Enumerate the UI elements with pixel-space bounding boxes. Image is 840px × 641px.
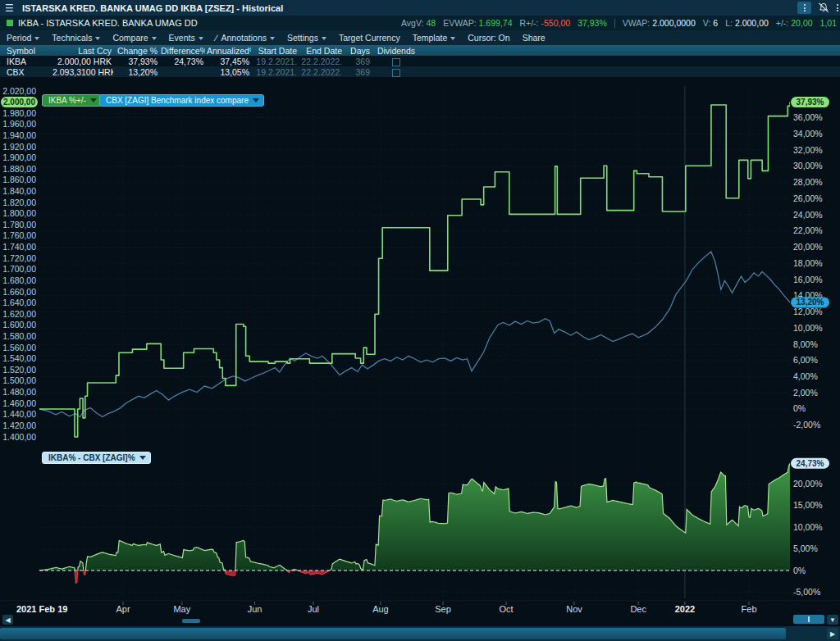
svg-text:2021 Feb 19: 2021 Feb 19 [16, 604, 67, 614]
svg-text:2.020,00: 2.020,00 [2, 86, 36, 96]
chevron-down-icon [139, 456, 146, 460]
legend-chip-difference-label: IKBA% - CBX [ZAGI]% [48, 452, 135, 463]
date-axis-labels: 2021 Feb 19AprMayJunJulAugSepOctNovDec20… [16, 602, 757, 614]
svg-text:1.960,00: 1.960,00 [2, 119, 36, 129]
svg-text:18,00%: 18,00% [793, 258, 823, 268]
svg-text:32,00%: 32,00% [793, 145, 823, 155]
svg-text:6,00%: 6,00% [793, 355, 818, 365]
svg-text:22,00%: 22,00% [793, 225, 823, 235]
ikba-series-line [39, 102, 790, 437]
historical-chart-window: ☰ ISTARSKA KRED. BANKA UMAG DD IKBA [ZSE… [0, 0, 840, 641]
svg-text:2,00%: 2,00% [793, 388, 818, 398]
svg-text:5,00%: 5,00% [793, 543, 818, 553]
svg-text:1.800,00: 1.800,00 [2, 208, 36, 218]
svg-text:4,00%: 4,00% [793, 371, 818, 381]
legend-chip-difference[interactable]: IKBA% - CBX [ZAGI]% [42, 452, 151, 464]
difference-pill: 24,73% [791, 458, 829, 469]
svg-text:20,00%: 20,00% [793, 479, 823, 489]
price-axis-labels: 2.020,001.980,001.960,001.940,001.920,00… [2, 86, 36, 442]
timeline-range-handle[interactable] [793, 615, 824, 624]
svg-text:Aug: Aug [372, 604, 389, 614]
legend-chip-cbx-label: CBX [ZAGI] Benchmark index compare [106, 95, 249, 106]
svg-text:Feb: Feb [742, 604, 757, 614]
svg-text:1.620,00: 1.620,00 [2, 309, 36, 319]
svg-text:1.680,00: 1.680,00 [2, 275, 36, 285]
diff-axis-labels: 20,00%15,00%10,00%5,00%0%-5,00% [793, 479, 823, 597]
svg-text:Oct: Oct [499, 604, 513, 614]
svg-text:1.700,00: 1.700,00 [2, 264, 36, 274]
percent-axis-labels: 36,00%34,00%32,00%30,00%28,00%26,00%24,0… [793, 112, 823, 430]
svg-text:1.420,00: 1.420,00 [2, 421, 36, 430]
svg-text:24,00%: 24,00% [793, 210, 823, 220]
svg-text:1.980,00: 1.980,00 [2, 108, 36, 118]
svg-text:1.820,00: 1.820,00 [2, 198, 36, 207]
svg-text:1.400,00: 1.400,00 [2, 432, 36, 442]
svg-text:Jun: Jun [248, 604, 262, 614]
legend-chip-cbx-benchmark[interactable]: CBX [ZAGI] Benchmark index compare [99, 94, 264, 107]
svg-text:-5,00%: -5,00% [793, 587, 820, 597]
svg-text:1.460,00: 1.460,00 [2, 398, 36, 408]
svg-text:1.560,00: 1.560,00 [2, 343, 36, 352]
main-grid [39, 118, 790, 425]
svg-text:37,93%: 37,93% [797, 98, 824, 107]
svg-text:1.660,00: 1.660,00 [2, 287, 36, 297]
svg-text:Dec: Dec [630, 604, 646, 614]
svg-text:2022: 2022 [675, 604, 695, 614]
diff-area-positive [39, 463, 790, 583]
svg-text:1.880,00: 1.880,00 [2, 164, 36, 174]
chevron-down-icon [253, 98, 259, 102]
svg-text:1.520,00: 1.520,00 [2, 365, 36, 375]
scrollbar-right-arrow-button[interactable]: ▶ [827, 628, 838, 639]
svg-text:8,00%: 8,00% [793, 339, 818, 349]
svg-text:10,00%: 10,00% [793, 522, 823, 532]
svg-text:2.000,00: 2.000,00 [3, 98, 35, 107]
svg-text:0%: 0% [793, 403, 806, 413]
svg-text:1.600,00: 1.600,00 [2, 320, 36, 330]
svg-text:1.860,00: 1.860,00 [2, 175, 36, 184]
svg-text:1.500,00: 1.500,00 [2, 375, 36, 385]
svg-text:1.440,00: 1.440,00 [2, 409, 36, 419]
svg-text:1.720,00: 1.720,00 [2, 253, 36, 263]
svg-text:1.780,00: 1.780,00 [2, 220, 36, 230]
svg-text:1.900,00: 1.900,00 [2, 152, 36, 162]
svg-text:Jul: Jul [308, 604, 319, 614]
svg-text:28,00%: 28,00% [793, 177, 823, 187]
svg-text:30,00%: 30,00% [793, 161, 823, 170]
legend-chip-ikba[interactable]: IKBA %+/- [42, 94, 102, 107]
svg-text:Nov: Nov [566, 604, 582, 614]
svg-text:13,20%: 13,20% [797, 298, 824, 307]
svg-text:Apr: Apr [116, 604, 130, 614]
last-price-pill: 2.000,00 [1, 97, 38, 107]
svg-text:1.640,00: 1.640,00 [2, 298, 36, 307]
timeline-left-arrow-button[interactable]: ◀ [2, 615, 13, 625]
svg-text:16,00%: 16,00% [793, 275, 823, 284]
svg-text:0%: 0% [793, 566, 806, 575]
svg-text:1.920,00: 1.920,00 [2, 142, 36, 152]
svg-text:Sep: Sep [435, 604, 451, 614]
svg-text:36,00%: 36,00% [793, 112, 823, 122]
timeline-collapse-button[interactable]: ▼ [827, 615, 838, 625]
svg-text:24,73%: 24,73% [797, 459, 824, 468]
svg-text:20,00%: 20,00% [793, 242, 823, 252]
legend-chip-ikba-label: IKBA %+/- [48, 95, 86, 106]
svg-text:34,00%: 34,00% [793, 129, 823, 139]
chevron-down-icon [90, 98, 97, 102]
svg-text:1.580,00: 1.580,00 [2, 331, 36, 341]
svg-text:26,00%: 26,00% [793, 193, 823, 203]
svg-text:1.840,00: 1.840,00 [2, 186, 36, 196]
svg-text:1.940,00: 1.940,00 [2, 130, 36, 140]
horizontal-scrollbar-thumb[interactable] [0, 628, 786, 639]
timeline-mini-marker[interactable] [182, 619, 200, 623]
svg-text:12,00%: 12,00% [793, 307, 823, 316]
svg-text:1.480,00: 1.480,00 [2, 387, 36, 397]
svg-text:-2,00%: -2,00% [793, 420, 820, 430]
ikba-change-pill: 37,93% [791, 97, 829, 107]
cbx-benchmark-line [39, 252, 790, 416]
svg-text:1.740,00: 1.740,00 [2, 242, 36, 252]
svg-text:1.540,00: 1.540,00 [2, 353, 36, 363]
cbx-change-pill: 13,20% [791, 297, 829, 307]
svg-text:1.760,00: 1.760,00 [2, 230, 36, 240]
svg-text:15,00%: 15,00% [793, 500, 823, 510]
svg-text:10,00%: 10,00% [793, 323, 823, 333]
svg-text:May: May [173, 604, 190, 614]
